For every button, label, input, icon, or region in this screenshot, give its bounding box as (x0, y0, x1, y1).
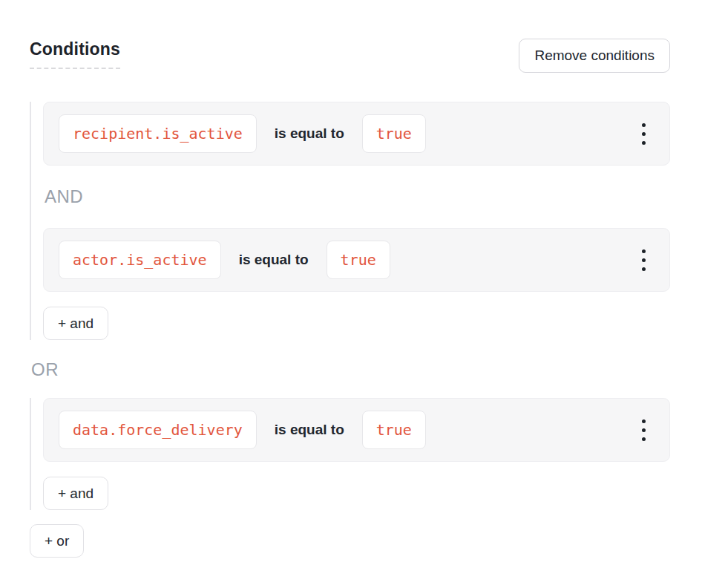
value-chip[interactable]: true (362, 114, 426, 153)
or-connector-label: OR (31, 358, 670, 382)
and-connector-label: AND (45, 185, 670, 209)
remove-conditions-button[interactable]: Remove conditions (519, 39, 670, 73)
add-and-button[interactable]: + and (43, 477, 108, 510)
value-chip[interactable]: true (327, 241, 390, 279)
condition-row: recipient.is_active is equal to true (43, 102, 670, 166)
condition-row: actor.is_active is equal to true (43, 228, 670, 292)
kebab-menu-icon[interactable] (636, 245, 652, 275)
value-chip[interactable]: true (362, 411, 426, 449)
kebab-menu-icon[interactable] (636, 415, 652, 445)
operator-label: is equal to (239, 252, 309, 268)
condition-group: recipient.is_active is equal to true AND… (30, 102, 670, 340)
condition-row: data.force_delivery is equal to true (43, 398, 670, 462)
kebab-menu-icon[interactable] (636, 119, 652, 149)
conditions-panel: Conditions Remove conditions recipient.i… (0, 0, 702, 588)
operator-label: is equal to (275, 422, 344, 438)
page-title: Conditions (30, 39, 120, 69)
field-chip[interactable]: recipient.is_active (59, 114, 257, 153)
condition-group: data.force_delivery is equal to true + a… (30, 398, 670, 510)
operator-label: is equal to (275, 125, 344, 142)
field-chip[interactable]: actor.is_active (59, 241, 221, 279)
conditions-header: Conditions Remove conditions (30, 39, 670, 73)
field-chip[interactable]: data.force_delivery (59, 411, 257, 449)
add-and-button[interactable]: + and (43, 307, 108, 340)
add-or-button[interactable]: + or (30, 524, 84, 558)
